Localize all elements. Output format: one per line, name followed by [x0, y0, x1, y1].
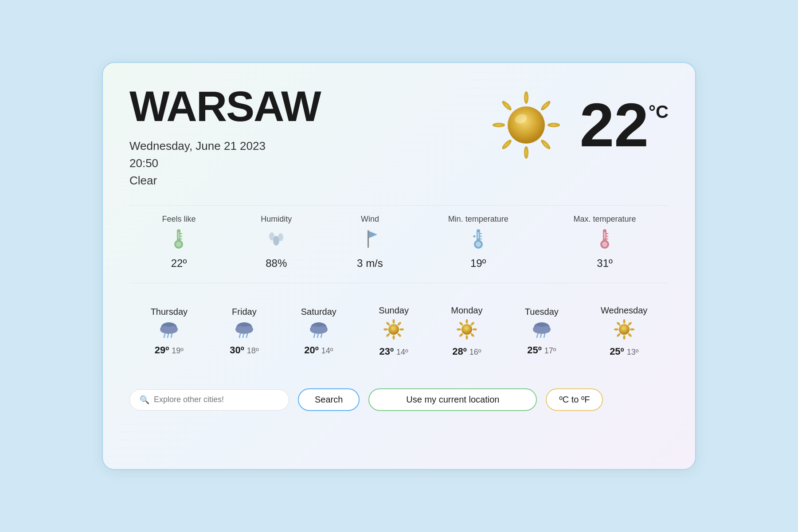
forecast-weather-icon	[532, 321, 552, 341]
max-temp-label: Max. temperature	[574, 215, 636, 224]
condition-text: Clear	[129, 174, 321, 188]
svg-line-56	[314, 334, 315, 337]
bottom-bar: 🔍 Search Use my current location ºC to º…	[129, 388, 669, 411]
svg-line-51	[246, 334, 247, 337]
svg-line-50	[243, 334, 244, 337]
forecast-high: 23º	[379, 346, 394, 357]
svg-point-62	[397, 332, 402, 337]
forecast-item: Thursday 29º 19º	[151, 307, 188, 356]
forecast-temps: 23º 14º	[379, 346, 408, 357]
svg-line-57	[317, 334, 318, 337]
svg-point-90	[614, 329, 618, 331]
svg-point-64	[386, 332, 391, 337]
forecast-day-label: Monday	[451, 305, 482, 316]
unit-toggle-button[interactable]: ºC to ºF	[546, 388, 603, 411]
feels-like-label: Feels like	[162, 215, 196, 224]
svg-point-63	[393, 335, 395, 340]
forecast-temps: 29º 19º	[155, 344, 184, 356]
city-search-input-wrapper[interactable]: 🔍	[129, 389, 289, 411]
svg-point-86	[630, 329, 634, 331]
forecast-weather-icon	[383, 319, 404, 342]
forecast-temps: 30º 18º	[230, 344, 258, 356]
svg-point-65	[383, 329, 388, 331]
forecast-day-label: Friday	[232, 307, 257, 317]
forecast-item: Friday 30º 18º	[230, 307, 258, 356]
forecast-item: Sunday 23º 14º	[379, 305, 409, 357]
forecast-section: Thursday 29º 19º Friday 30º 18º	[129, 297, 669, 371]
forecast-item: Saturday 20º 14º	[301, 307, 336, 356]
forecast-low: 14º	[396, 348, 408, 357]
svg-point-48	[236, 327, 252, 334]
top-section: WARSAW Wednesday, June 21 2023 20:50 Cle…	[129, 85, 669, 188]
min-temp-label: Min. temperature	[448, 215, 509, 224]
svg-point-73	[459, 332, 464, 337]
stat-min-temp: Min. temperature 19º	[448, 215, 509, 270]
svg-line-44	[171, 334, 172, 337]
svg-point-80	[534, 327, 550, 334]
forecast-low: 16º	[469, 348, 481, 357]
svg-point-6	[493, 123, 505, 127]
time-text: 20:50	[129, 156, 321, 170]
svg-line-83	[544, 334, 545, 337]
svg-line-81	[537, 334, 538, 337]
max-temp-value: 31º	[597, 257, 612, 270]
forecast-day-label: Sunday	[379, 305, 409, 316]
svg-line-49	[239, 334, 240, 337]
svg-line-43	[168, 334, 168, 337]
svg-point-1	[540, 100, 552, 112]
svg-point-85	[627, 321, 632, 326]
temperature-display: 22 °C	[579, 94, 669, 156]
forecast-day-label: Tuesday	[525, 307, 559, 317]
forecast-weather-icon	[234, 321, 254, 341]
forecast-weather-icon	[614, 319, 634, 342]
svg-line-82	[540, 334, 541, 337]
date-text: Wednesday, June 21 2023	[129, 139, 321, 153]
svg-point-25	[476, 242, 481, 247]
city-name: WARSAW	[129, 85, 321, 128]
svg-point-60	[397, 321, 402, 326]
svg-point-4	[524, 146, 528, 159]
svg-point-69	[470, 321, 475, 326]
svg-point-2	[548, 123, 560, 127]
forecast-day-label: Thursday	[151, 307, 188, 317]
svg-point-34	[602, 242, 607, 247]
forecast-item: Monday 28º 16º	[451, 305, 482, 357]
humidity-label: Humidity	[261, 215, 292, 224]
svg-point-7	[501, 100, 513, 112]
use-location-button[interactable]: Use my current location	[368, 388, 537, 411]
search-button[interactable]: Search	[298, 388, 360, 411]
forecast-high: 20º	[304, 344, 319, 356]
search-magnifier-icon: 🔍	[140, 395, 149, 405]
forecast-weather-icon	[159, 321, 179, 341]
stat-humidity: Humidity 88%	[261, 215, 292, 270]
svg-rect-32	[604, 232, 606, 239]
svg-point-66	[386, 321, 391, 326]
svg-marker-21	[369, 231, 377, 238]
feels-like-icon	[169, 227, 188, 254]
forecast-item: Wednesday 25º 13º	[601, 305, 647, 357]
svg-point-75	[459, 321, 464, 326]
forecast-temps: 25º 13º	[610, 346, 638, 357]
svg-point-55	[311, 327, 327, 334]
svg-point-70	[473, 329, 477, 331]
svg-point-88	[623, 335, 625, 340]
forecast-temps: 28º 16º	[452, 346, 481, 357]
svg-point-71	[470, 332, 475, 337]
forecast-weather-icon	[457, 319, 477, 342]
svg-line-42	[164, 334, 165, 337]
forecast-low: 14º	[321, 346, 333, 356]
forecast-weather-icon	[309, 321, 329, 341]
humidity-icon	[265, 227, 287, 254]
forecast-low: 13º	[627, 348, 639, 357]
temperature-unit: °C	[649, 103, 669, 121]
forecast-day-label: Saturday	[301, 307, 336, 317]
forecast-low: 18º	[247, 346, 259, 356]
svg-point-61	[399, 329, 404, 331]
svg-rect-20	[368, 230, 369, 248]
svg-point-68	[466, 319, 468, 324]
forecast-day-label: Wednesday	[601, 305, 647, 316]
city-search-input[interactable]	[154, 395, 279, 404]
stats-section: Feels like 22º Humidity	[129, 205, 669, 283]
stat-feels-like: Feels like 22º	[162, 215, 196, 270]
svg-point-13	[176, 242, 181, 247]
